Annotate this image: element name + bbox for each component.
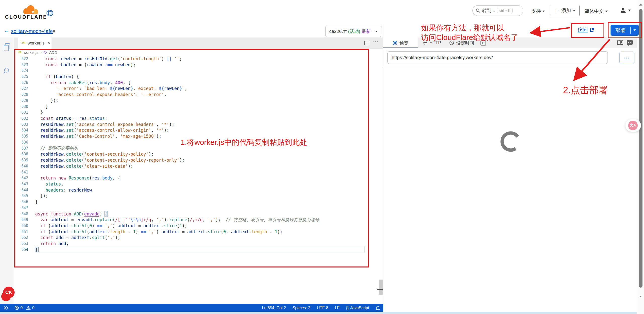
code-line-text[interactable]: return makeRes(res.body, 400, {: [35, 80, 131, 85]
search-sidebar-icon[interactable]: [3, 67, 11, 75]
line-number[interactable]: 636: [14, 140, 35, 145]
code-line[interactable]: 623 const badLen = (rawLen !== newLen);: [14, 62, 383, 68]
code-line-text[interactable]: return new Response(res.body, {: [35, 175, 120, 181]
support-menu[interactable]: 支持: [531, 8, 545, 15]
line-number[interactable]: 644: [14, 188, 35, 192]
line-number[interactable]: 641: [14, 170, 35, 174]
code-line[interactable]: 639 resHdrNew.delete('content-security-p…: [14, 157, 383, 163]
code-line[interactable]: 634 resHdrNew.set('access-control-allow-…: [14, 127, 383, 133]
code-line-text[interactable]: }: [35, 199, 38, 204]
line-number[interactable]: 647: [14, 206, 35, 210]
line-number[interactable]: 652: [14, 235, 35, 240]
code-line-text[interactable]: if (addtext.charAt(0) == ',') addtext = …: [35, 223, 187, 228]
code-line[interactable]: 642 return new Response(res.body, {: [14, 175, 383, 181]
cursor-position[interactable]: Ln 654, Col 2: [262, 306, 286, 310]
code-line-text[interactable]: // 删除不必要的头: [35, 145, 78, 151]
code-line[interactable]: 654}: [14, 247, 383, 253]
code-line[interactable]: 648async function ADD(envadd) {: [14, 211, 383, 217]
remote-indicator-icon[interactable]: [4, 306, 9, 310]
code-line[interactable]: 632 const status = res.status;: [14, 115, 383, 121]
line-number[interactable]: 630: [14, 104, 35, 109]
line-number[interactable]: 651: [14, 230, 35, 234]
files-explorer-icon[interactable]: [3, 43, 11, 52]
line-number[interactable]: 622: [14, 57, 35, 61]
version-dropdown[interactable]: ce2267ff (活动) 最新: [326, 26, 381, 37]
code-line[interactable]: 640 resHdrNew.delete('clear-site-data');: [14, 163, 383, 169]
code-line-text[interactable]: const newLen = resHdrOld.get('content-le…: [35, 56, 182, 61]
line-number[interactable]: 654: [14, 247, 35, 252]
tab-worker-js[interactable]: JS worker.js ×: [18, 37, 52, 49]
code-line-text[interactable]: return add;: [35, 241, 69, 246]
code-line-text[interactable]: headers: resHdrNew: [35, 188, 92, 193]
code-line[interactable]: 630 }: [14, 104, 383, 110]
global-search[interactable]: 转到... ctrl + K: [472, 5, 523, 16]
code-line[interactable]: 644 headers: resHdrNew: [14, 187, 383, 193]
line-number[interactable]: 623: [14, 63, 35, 67]
code-line-text[interactable]: async function ADD(envadd) {: [35, 211, 107, 216]
indentation[interactable]: Spaces: 2: [292, 306, 310, 310]
translate-widget[interactable]: 文A: [625, 119, 641, 132]
code-line[interactable]: 645 });: [14, 193, 383, 199]
scroll-up-arrow[interactable]: [639, 4, 642, 6]
code-line[interactable]: 626 return makeRes(res.body, 400, {: [14, 80, 383, 86]
language-menu[interactable]: 简体中文: [585, 8, 608, 15]
back-arrow-icon[interactable]: ←: [4, 28, 10, 33]
tab-preview[interactable]: 预览: [383, 37, 418, 48]
code-line[interactable]: 649 var addtext = envadd.replace(/[ |"'\…: [14, 217, 383, 223]
line-number[interactable]: 624: [14, 68, 35, 73]
code-line-text[interactable]: resHdrNew.set('access-control-expose-hea…: [35, 122, 174, 127]
line-number[interactable]: 637: [14, 146, 35, 151]
code-line-text[interactable]: }: [35, 104, 48, 109]
cloudflare-brand-text[interactable]: CLOUDFLARE: [5, 14, 47, 20]
eol-sequence[interactable]: LF: [335, 306, 340, 310]
breadcrumb-file[interactable]: worker.js: [23, 50, 38, 55]
encoding[interactable]: UTF-8: [317, 306, 328, 310]
line-number[interactable]: 646: [14, 200, 35, 204]
code-line-text[interactable]: resHdrNew.delete('clear-site-data');: [35, 164, 133, 169]
code-line[interactable]: 651 if (addtext.charAt(addtext.length - …: [14, 229, 383, 235]
line-number[interactable]: 653: [14, 241, 35, 246]
code-editor[interactable]: 622 const newLen = resHdrOld.get('conten…: [14, 56, 383, 304]
docs-book-icon[interactable]: [617, 40, 624, 46]
code-line[interactable]: 653 return add;: [14, 241, 383, 247]
user-account-menu[interactable]: [620, 7, 631, 14]
code-line-text[interactable]: const status = res.status;: [35, 116, 107, 121]
line-number[interactable]: 648: [14, 212, 35, 216]
language-mode[interactable]: {} JavaScript: [346, 306, 369, 310]
code-line[interactable]: 633 resHdrNew.set('access-control-expose…: [14, 121, 383, 127]
code-line[interactable]: 625 if (badLen) {: [14, 74, 383, 80]
line-number[interactable]: 634: [14, 128, 35, 132]
line-number[interactable]: 626: [14, 80, 35, 85]
breadcrumb-symbol[interactable]: ADD: [49, 50, 57, 55]
line-number[interactable]: 632: [14, 116, 35, 121]
code-line-text[interactable]: });: [35, 98, 58, 103]
code-line[interactable]: 638 resHdrNew.delete('content-security-p…: [14, 151, 383, 157]
page-scrollbar-thumb[interactable]: [639, 9, 642, 288]
line-number[interactable]: 625: [14, 74, 35, 79]
globe-icon[interactable]: [46, 10, 53, 17]
close-tab-icon[interactable]: ×: [48, 40, 51, 46]
code-line-text[interactable]: if (badLen) {: [35, 74, 79, 79]
code-line-text[interactable]: });: [35, 193, 48, 198]
user-feedback-badge[interactable]: CK: [3, 287, 15, 298]
code-line[interactable]: 622 const newLen = resHdrOld.get('conten…: [14, 56, 383, 62]
code-line[interactable]: 647: [14, 205, 383, 211]
visit-link[interactable]: 访问: [578, 27, 594, 33]
editor-scrollbar-thumb[interactable]: [379, 280, 383, 295]
code-line-text[interactable]: resHdrNew.set('access-control-allow-orig…: [35, 128, 169, 133]
send-request-button[interactable]: •••: [619, 52, 634, 64]
line-number[interactable]: 650: [14, 223, 35, 228]
line-number[interactable]: 629: [14, 98, 35, 103]
code-line[interactable]: 628 'access-control-expose-headers': '--…: [14, 92, 383, 98]
line-number[interactable]: 633: [14, 122, 35, 127]
code-line-text[interactable]: resHdrNew.delete('content-security-polic…: [35, 152, 154, 157]
page-scrollbar[interactable]: [637, 0, 644, 314]
code-line-text[interactable]: if (addtext.charAt(addtext.length - 1) =…: [35, 229, 283, 234]
code-line-text[interactable]: 'access-control-expose-headers': '--erro…: [35, 92, 167, 97]
line-number[interactable]: 627: [14, 86, 35, 91]
line-number[interactable]: 639: [14, 158, 35, 162]
deploy-button[interactable]: 部署: [611, 25, 639, 36]
line-number[interactable]: 631: [14, 110, 35, 115]
code-line-text[interactable]: resHdrNew.set('Cache-Control', 'max-age=…: [35, 134, 162, 139]
notifications-bell-icon[interactable]: [376, 306, 380, 310]
